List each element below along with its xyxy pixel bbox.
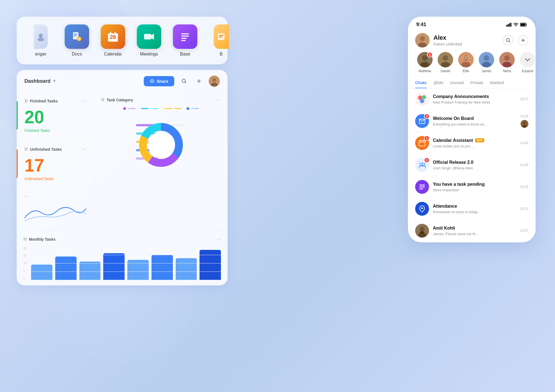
svg-point-0	[39, 34, 43, 37]
tab-unread[interactable]: Unread	[450, 77, 464, 88]
svg-rect-38	[101, 100, 102, 101]
chat-item-welcome[interactable]: 2 Welcome On Board Everything you need t…	[408, 110, 535, 132]
legend-dot-purple	[123, 107, 126, 110]
contact-neha[interactable]: Neha	[497, 52, 517, 73]
neha-avatar-wrap	[499, 52, 515, 67]
profile-add-button[interactable]	[518, 35, 528, 46]
grid-icon	[24, 99, 28, 103]
dashboard-dropdown-icon[interactable]: ▼	[52, 79, 57, 84]
tab-me[interactable]: @Me	[433, 77, 443, 88]
matthew-name: Matthew	[418, 69, 431, 73]
svg-rect-31	[26, 101, 27, 102]
app-icon-partial-left[interactable]: enger	[26, 24, 56, 57]
app-icon-docs[interactable]: Docs	[62, 24, 92, 57]
share-icon	[150, 79, 154, 83]
monthly-tasks-title: Monthly Tasks	[23, 237, 56, 242]
bar-4	[103, 253, 125, 280]
finished-tasks-number: 20	[24, 108, 86, 126]
contact-ellie[interactable]: Ellie	[456, 52, 476, 73]
svg-rect-5	[74, 36, 76, 36]
calendar-name: Calendar Assistant	[433, 138, 473, 143]
svg-rect-16	[181, 38, 187, 39]
search-button[interactable]	[179, 76, 189, 86]
dashboard-card: Dashboard ▼ Share	[17, 70, 228, 285]
contacts-row: 2 Matthew Daniel	[408, 52, 535, 77]
svg-rect-32	[25, 148, 26, 149]
attendance-name: Attendance	[433, 204, 457, 209]
tab-marked[interactable]: Marked	[490, 77, 504, 88]
svg-rect-4	[74, 35, 77, 35]
profile-search-button[interactable]	[503, 35, 513, 46]
profile-subtitle: Future Unlimited	[433, 42, 499, 46]
contact-expand[interactable]: Expand	[518, 52, 535, 73]
profile-avatar	[415, 33, 430, 47]
svg-point-83	[461, 62, 470, 67]
unfinished-tasks-header: Unfinished Tasks ···	[24, 146, 86, 152]
expand-btn[interactable]	[520, 52, 535, 67]
chat-item-task-pending[interactable]: You have a task pending Store Inspection…	[408, 176, 535, 198]
small-line-chart	[24, 202, 86, 224]
task-category-menu[interactable]: ···	[217, 97, 221, 103]
dashboard-title-text: Dashboard	[24, 78, 51, 84]
alex-avatar	[415, 33, 430, 47]
mini-stat-menu[interactable]: ···	[24, 194, 29, 199]
welcome-avatar: 2	[415, 114, 429, 128]
app-icon-partial-right[interactable]: B	[206, 24, 236, 57]
chat-item-company-announcements[interactable]: Company Announcements New Product Traini…	[408, 88, 535, 110]
contact-daniel[interactable]: Daniel	[436, 52, 455, 73]
calendar-badge: 1	[424, 135, 430, 141]
app-icon-meetings[interactable]: Meetings	[134, 24, 164, 57]
share-button[interactable]: Share	[144, 76, 174, 86]
chat-item-calendar[interactable]: 1 Calendar Assistant BOT Linda invites y…	[408, 132, 535, 154]
tab-private[interactable]: Private	[470, 77, 483, 88]
calendar-name-row: Calendar Assistant BOT	[433, 138, 516, 143]
add-button[interactable]	[194, 76, 204, 86]
svg-rect-101	[419, 140, 425, 146]
profile-search-icon	[506, 38, 511, 43]
task-category-header: Task Category ···	[101, 97, 221, 103]
tab-chats[interactable]: Chats	[415, 77, 427, 88]
unfinished-tasks-title-text: Unfinished Tasks	[30, 147, 62, 152]
svg-point-6	[77, 37, 81, 41]
svg-point-79	[443, 55, 448, 61]
chat-item-amit[interactable]: Amit Kohli James: Please send me th... 1…	[408, 220, 535, 242]
svg-rect-11	[115, 32, 116, 35]
bars-container	[31, 247, 221, 280]
y-label-0: 0	[23, 277, 26, 280]
announcements-icon	[415, 92, 429, 106]
finished-tasks-menu[interactable]: ···	[82, 98, 86, 104]
finished-tasks-label: Finished Tasks	[24, 128, 86, 133]
official-release-time: 14:29	[520, 163, 528, 167]
wifi-icon	[513, 23, 518, 27]
amit-name: Amit Kohli	[433, 226, 455, 231]
legend-line-blue	[191, 108, 199, 109]
svg-point-22	[151, 81, 152, 82]
chat-item-attendance[interactable]: Attendance Remember to clock in today 14…	[408, 198, 535, 220]
svg-rect-29	[26, 99, 27, 100]
status-icons	[506, 23, 527, 27]
stats-column: Finished Tasks ··· 20 Finished Tasks	[17, 91, 94, 230]
chat-item-official-release[interactable]: 2 Official Release 2.0 Josh Singh: @Nora…	[408, 154, 535, 176]
contact-james[interactable]: James	[477, 52, 496, 73]
svg-rect-28	[25, 99, 26, 100]
svg-point-91	[504, 55, 510, 61]
official-release-meta: 14:29	[520, 163, 528, 167]
bar-fill-3	[79, 262, 101, 280]
official-release-name: Official Release 2.0	[433, 160, 473, 165]
attendance-info: Attendance Remember to clock in today	[433, 204, 516, 214]
y-label-15: 15	[23, 254, 26, 257]
monthly-tasks-area: Monthly Tasks ··· 20 15 10 5 0	[17, 230, 228, 285]
contact-matthew[interactable]: 2 Matthew	[415, 52, 435, 73]
app-icon-base[interactable]: Base	[170, 24, 200, 57]
svg-rect-33	[26, 148, 27, 149]
user-avatar[interactable]	[209, 76, 220, 87]
svg-rect-62	[25, 238, 26, 239]
unfinished-tasks-menu[interactable]: ···	[82, 146, 86, 152]
finished-tasks-title-text: Finished Tasks	[30, 99, 58, 103]
unfinished-tasks-bar	[17, 149, 18, 178]
share-label: Share	[157, 79, 168, 84]
welcome-badge: 2	[424, 114, 430, 119]
app-icon-calendar[interactable]: 26 Calendar	[98, 24, 128, 57]
monthly-tasks-menu[interactable]: ···	[217, 236, 221, 242]
calendar-info: Calendar Assistant BOT Linda invites you…	[433, 138, 516, 148]
